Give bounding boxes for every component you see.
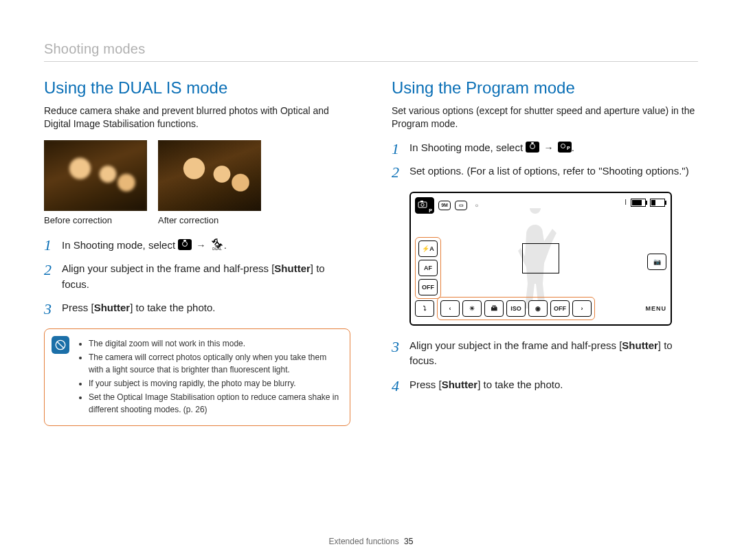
af-button[interactable]: AF [418, 260, 438, 276]
return-button[interactable]: ⤵ [415, 300, 434, 317]
shutter-label: Shutter [94, 302, 131, 313]
right-step-4: Press [Shutter] to take the photo. [392, 377, 698, 393]
screen-top-left: P 9M ▭ ☼ [415, 197, 482, 214]
right-column: Using the Program mode Set various optio… [392, 78, 698, 426]
top-icon: 9M [438, 201, 451, 210]
step-text: Align your subject in the frame and half… [409, 339, 622, 351]
step-text: In Shooting mode, select [409, 142, 526, 153]
arrow-icon: → [196, 240, 205, 251]
step-text: ] to take the photo. [477, 379, 563, 390]
right-intro: Set various options (except for shutter … [392, 104, 698, 131]
battery-icon [650, 199, 665, 207]
scroll-next-button[interactable]: › [572, 300, 592, 317]
flash-button[interactable]: ⚡A [418, 240, 438, 257]
screen-left-buttons: ⚡A AF OFF [415, 237, 441, 299]
counter-text: I [625, 199, 627, 206]
shutter-label: Shutter [274, 262, 311, 274]
photo-after [158, 140, 261, 211]
step-text: ] to take the photo. [130, 302, 215, 313]
left-steps: In Shooting mode, select → DUAL . Align … [44, 236, 350, 316]
left-step-2: Align your subject in the frame and half… [44, 261, 350, 292]
screen-right-buttons: 📷 [647, 254, 666, 270]
caption-before: Before correction [44, 215, 147, 225]
right-title: Using the Program mode [392, 78, 698, 98]
note-item: If your subject is moving rapidly, the p… [89, 377, 341, 390]
shutter-label: Shutter [622, 339, 658, 351]
camera-p-icon: P [558, 142, 572, 153]
caption-after: After correction [158, 215, 261, 225]
right-steps-top: In Shooting mode, select → P. Set option… [392, 140, 698, 179]
timer-off-button[interactable]: OFF [418, 279, 438, 295]
note-list: The digital zoom will not work in this m… [79, 337, 341, 416]
note-item: Set the Optical Image Stabilisation opti… [89, 391, 341, 416]
camera-icon [178, 239, 192, 250]
note-icon [52, 336, 69, 354]
right-step-3: Align your subject in the frame and half… [392, 338, 698, 369]
bottom-scroll-group: ‹ ☀ 🏔 ISO ◉ OFF › [437, 297, 595, 320]
capture-icon[interactable]: 📷 [647, 254, 666, 270]
mode-badge[interactable]: P [415, 197, 434, 214]
arrow-icon: → [543, 142, 553, 153]
left-column: Using the DUAL IS mode Reduce camera sha… [44, 78, 350, 426]
wb-button[interactable]: 🏔 [484, 300, 504, 317]
note-item: The digital zoom will not work in this m… [89, 337, 341, 350]
svg-text:DUAL: DUAL [212, 247, 222, 250]
face-off-button[interactable]: OFF [550, 300, 570, 317]
right-steps-bottom: Align your subject in the frame and half… [392, 338, 698, 393]
metering-button[interactable]: ◉ [528, 300, 548, 317]
left-step-3: Press [Shutter] to take the photo. [44, 300, 350, 316]
screen-bottom-bar: ⤵ ‹ ☀ 🏔 ISO ◉ OFF › MENU [415, 297, 666, 320]
step-text: Press [ [62, 302, 94, 313]
sample-photos [44, 140, 350, 211]
left-title: Using the DUAL IS mode [44, 78, 350, 98]
step-text: In Shooting mode, select [62, 239, 178, 251]
step-text: Align your subject in the frame and half… [62, 262, 274, 274]
right-step-2: Set options. (For a list of options, ref… [392, 164, 698, 179]
svg-rect-1 [418, 202, 427, 208]
screen-top-right: I [625, 199, 665, 207]
note-box: The digital zoom will not work in this m… [44, 328, 350, 426]
note-item: The camera will correct photos optically… [89, 351, 341, 376]
page-number: 35 [404, 537, 413, 546]
left-intro: Reduce camera shake and prevent blurred … [44, 104, 350, 131]
top-icon: ▭ [455, 201, 467, 210]
camera-icon [526, 142, 539, 153]
svg-point-2 [421, 203, 424, 206]
step-text: Press [ [409, 379, 442, 390]
camera-screen: P 9M ▭ ☼ I ⚡A AF OFF [409, 192, 672, 326]
scroll-prev-button[interactable]: ‹ [440, 300, 460, 317]
menu-button[interactable]: MENU [646, 305, 667, 312]
iso-button[interactable]: ISO [506, 300, 526, 317]
battery-icon [631, 199, 646, 207]
photo-before [44, 140, 147, 211]
page-footer: Extended functions 35 [0, 537, 742, 546]
focus-frame [522, 243, 559, 273]
dual-is-icon: DUAL [210, 236, 224, 250]
photo-captions: Before correction After correction [44, 215, 350, 225]
page-header: Shooting modes [44, 41, 698, 62]
svg-rect-3 [420, 201, 423, 202]
shutter-label: Shutter [442, 379, 478, 390]
exposure-button[interactable]: ☀ [462, 300, 482, 317]
footer-section: Extended functions [329, 537, 399, 546]
left-step-1: In Shooting mode, select → DUAL . [44, 236, 350, 254]
mode-letter: P [429, 208, 432, 213]
top-icon: ☼ [471, 201, 482, 210]
right-step-1: In Shooting mode, select → P. [392, 140, 698, 156]
